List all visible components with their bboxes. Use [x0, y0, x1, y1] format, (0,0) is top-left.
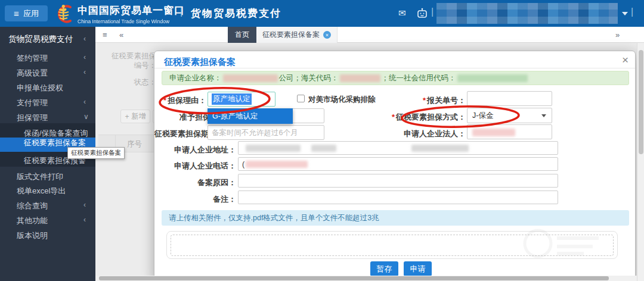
record-reason-label: 备案原因：	[154, 177, 236, 188]
legal-person-label: 申请人企业法人：	[346, 129, 466, 139]
sidebar-item-signing[interactable]: 签约管理	[17, 53, 48, 64]
vertical-scrollbar	[637, 43, 644, 281]
credit-code-redacted	[457, 74, 528, 82]
assistant-robot-icon[interactable]	[416, 7, 429, 20]
modal-close-icon[interactable]: ×	[622, 54, 628, 67]
upload-notice-text: 请上传相关附件，仅支持.pdf格式文件，且单个文件不能超过3兆	[169, 213, 379, 223]
legal-person-redacted	[472, 129, 515, 136]
sidebar-item-advanced[interactable]: 高级设置	[17, 68, 48, 79]
modal-divider	[154, 68, 635, 68]
customs-code-label: 公司；海关代码：	[279, 73, 339, 83]
sidebar-item-other-functions[interactable]: 其他功能	[17, 216, 48, 226]
user-dropdown-caret-icon[interactable]	[622, 12, 628, 15]
horizontal-scrollbar-thumb[interactable]	[99, 276, 609, 280]
chevron-left-icon: ‹	[83, 68, 86, 76]
tab-scroll-left-icon[interactable]: «	[119, 30, 123, 39]
header-divider: |	[180, 7, 182, 17]
customs-code-redacted	[340, 74, 380, 82]
single-window-logo-icon	[53, 3, 75, 24]
address-input[interactable]	[238, 141, 558, 155]
upload-container	[166, 231, 618, 259]
required-mark: *	[392, 113, 395, 121]
app-menu-label: 应用	[23, 8, 39, 19]
address-redacted	[411, 145, 469, 152]
vertical-scrollbar-thumb[interactable]	[639, 50, 643, 154]
sidebar-tooltip: 征税要素担保备案	[67, 147, 125, 159]
select-caret-icon	[541, 114, 546, 117]
username-redacted[interactable]	[436, 3, 618, 24]
record-reason-input[interactable]	[238, 174, 558, 188]
save-draft-button[interactable]: 暂存	[370, 261, 398, 276]
hamburger-icon: ≡	[14, 9, 19, 18]
decl-no-input[interactable]	[467, 91, 552, 106]
tab-home[interactable]: 首页	[228, 27, 256, 43]
sidebar-title[interactable]: 货物贸易税费支付	[8, 34, 73, 45]
tab-bar: ≡ « 首页 征税要素担保备案 × » 关闭	[95, 27, 644, 43]
decl-no-label: *报关单号：	[346, 95, 466, 106]
tab-tax-element-filing[interactable]: 征税要素担保备案 ×	[256, 27, 338, 43]
app-menu-button[interactable]: ≡ 应用	[5, 5, 48, 21]
horizontal-scrollbar	[95, 276, 637, 281]
module-title: 货物贸易税费支付	[191, 7, 281, 20]
chevron-down-icon: ∨	[83, 113, 89, 121]
chevron-left-icon: ‹	[83, 216, 86, 224]
upload-notice-bar: 请上传相关附件，仅支持.pdf格式文件，且单个文件不能超过3兆	[162, 210, 629, 226]
phone-input[interactable]: (	[238, 157, 558, 171]
tax-element-filing-modal: 征税要素担保备案 × 申请企业名称： 公司；海关代码： ；统一社会信用代码： *…	[154, 51, 636, 281]
required-mark: *	[423, 96, 426, 105]
chevron-left-icon: ‹	[83, 98, 86, 106]
address-redacted	[311, 145, 336, 152]
applicant-info-bar: 申请企业名称： 公司；海关代码： ；统一社会信用代码：	[162, 71, 629, 85]
sidebar-item-layout-print[interactable]: 版式文件打印	[17, 171, 63, 182]
tab-label: 征税要素担保备案	[262, 30, 320, 40]
apply-button[interactable]: 申请	[404, 261, 432, 276]
phone-redacted	[246, 161, 308, 168]
phone-prefix: (	[242, 160, 244, 168]
legal-person-input[interactable]	[467, 124, 552, 139]
sidebar-item-guarantee[interactable]: 担保管理	[17, 113, 48, 123]
brand-subtitle: China International Trade Single Window	[78, 18, 185, 24]
brand-title: 中国国际贸易单一窗口	[78, 4, 185, 17]
guarantee-mode-label: *征税要素担保方式：	[346, 112, 466, 123]
phone-label: 申请人企业电话：	[154, 161, 236, 171]
guarantee-mode-value: J-保金	[472, 111, 493, 121]
sidebar-item-version-notes[interactable]: 版本说明	[17, 230, 48, 241]
upload-dropzone[interactable]	[171, 235, 614, 256]
period-label: 征税要素担保期限：	[154, 129, 206, 139]
applicant-name-redacted	[223, 74, 278, 82]
guarantee-mode-select[interactable]: J-保金	[467, 108, 552, 123]
header-divider: |	[631, 7, 633, 17]
exclude-checkbox[interactable]	[297, 95, 305, 102]
required-mark: *	[163, 96, 166, 105]
mail-icon[interactable]: ✉	[398, 8, 406, 18]
chevron-left-icon[interactable]: ‹	[83, 35, 86, 43]
modal-title: 征税要素担保备案	[164, 57, 236, 68]
sidebar-item-declare-auth[interactable]: 申报单位授权	[17, 83, 63, 93]
applicant-name-label: 申请企业名称：	[169, 73, 222, 83]
reason-selected-text: 原产地认定	[212, 93, 252, 105]
reason-input[interactable]: 原产地认定	[208, 92, 275, 107]
sidebar-item-payment[interactable]: 支付管理	[17, 98, 48, 108]
remark-input[interactable]	[238, 191, 558, 204]
tab-close-icon[interactable]: ×	[323, 31, 331, 39]
dropdown-option-origin[interactable]: G-原产地认定	[208, 108, 293, 124]
sidebar-item-excel-export[interactable]: 税单excel导出	[17, 186, 66, 196]
address-label: 申请人企业地址：	[154, 145, 236, 155]
chevron-left-icon: ‹	[83, 53, 86, 61]
period-input[interactable]	[208, 125, 324, 140]
credit-code-label: ；统一社会信用代码：	[382, 73, 456, 83]
tab-menu-icon[interactable]: ≡	[103, 30, 107, 39]
address-redacted	[246, 145, 301, 152]
top-header: ≡ 应用 中国国际贸易单一窗口 China International Trad…	[0, 0, 644, 27]
reason-label: *担保理由：	[154, 95, 206, 106]
remark-label: 备注：	[154, 194, 236, 205]
brand-block: 中国国际贸易单一窗口 China International Trade Sin…	[78, 4, 185, 24]
chevron-left-icon: ‹	[83, 201, 86, 209]
header-divider: |	[431, 7, 434, 17]
tab-scroll-right-icon[interactable]: »	[615, 30, 620, 39]
sidebar-item-comprehensive-query[interactable]: 综合查询	[17, 201, 48, 211]
